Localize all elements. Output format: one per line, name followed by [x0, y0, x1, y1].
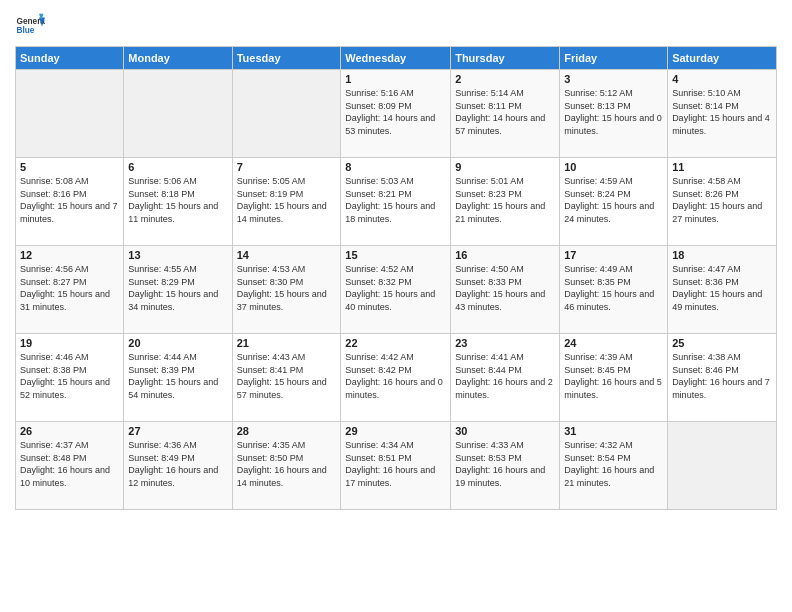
day-number: 9: [455, 161, 555, 173]
calendar-cell: 12Sunrise: 4:56 AM Sunset: 8:27 PM Dayli…: [16, 246, 124, 334]
calendar-cell: [668, 422, 777, 510]
calendar-cell: 15Sunrise: 4:52 AM Sunset: 8:32 PM Dayli…: [341, 246, 451, 334]
calendar-cell: 25Sunrise: 4:38 AM Sunset: 8:46 PM Dayli…: [668, 334, 777, 422]
day-number: 12: [20, 249, 119, 261]
calendar-cell: 16Sunrise: 4:50 AM Sunset: 8:33 PM Dayli…: [451, 246, 560, 334]
day-info: Sunrise: 4:44 AM Sunset: 8:39 PM Dayligh…: [128, 351, 227, 401]
calendar-cell: 31Sunrise: 4:32 AM Sunset: 8:54 PM Dayli…: [560, 422, 668, 510]
weekday-header: Thursday: [451, 47, 560, 70]
day-info: Sunrise: 4:39 AM Sunset: 8:45 PM Dayligh…: [564, 351, 663, 401]
calendar-cell: 3Sunrise: 5:12 AM Sunset: 8:13 PM Daylig…: [560, 70, 668, 158]
day-info: Sunrise: 4:55 AM Sunset: 8:29 PM Dayligh…: [128, 263, 227, 313]
day-number: 20: [128, 337, 227, 349]
day-number: 25: [672, 337, 772, 349]
calendar-cell: 13Sunrise: 4:55 AM Sunset: 8:29 PM Dayli…: [124, 246, 232, 334]
day-number: 10: [564, 161, 663, 173]
day-info: Sunrise: 4:46 AM Sunset: 8:38 PM Dayligh…: [20, 351, 119, 401]
day-info: Sunrise: 4:42 AM Sunset: 8:42 PM Dayligh…: [345, 351, 446, 401]
calendar-cell: [232, 70, 341, 158]
day-info: Sunrise: 4:50 AM Sunset: 8:33 PM Dayligh…: [455, 263, 555, 313]
logo: General Blue: [15, 10, 45, 40]
calendar-header-row: SundayMondayTuesdayWednesdayThursdayFrid…: [16, 47, 777, 70]
day-number: 14: [237, 249, 337, 261]
day-number: 15: [345, 249, 446, 261]
calendar-cell: 18Sunrise: 4:47 AM Sunset: 8:36 PM Dayli…: [668, 246, 777, 334]
day-number: 8: [345, 161, 446, 173]
day-info: Sunrise: 5:10 AM Sunset: 8:14 PM Dayligh…: [672, 87, 772, 137]
day-number: 6: [128, 161, 227, 173]
weekday-header: Friday: [560, 47, 668, 70]
day-info: Sunrise: 4:35 AM Sunset: 8:50 PM Dayligh…: [237, 439, 337, 489]
day-info: Sunrise: 4:56 AM Sunset: 8:27 PM Dayligh…: [20, 263, 119, 313]
day-info: Sunrise: 4:47 AM Sunset: 8:36 PM Dayligh…: [672, 263, 772, 313]
calendar-cell: 20Sunrise: 4:44 AM Sunset: 8:39 PM Dayli…: [124, 334, 232, 422]
day-info: Sunrise: 4:53 AM Sunset: 8:30 PM Dayligh…: [237, 263, 337, 313]
logo-icon: General Blue: [15, 10, 45, 40]
calendar-table: SundayMondayTuesdayWednesdayThursdayFrid…: [15, 46, 777, 510]
calendar-cell: 14Sunrise: 4:53 AM Sunset: 8:30 PM Dayli…: [232, 246, 341, 334]
calendar-cell: 19Sunrise: 4:46 AM Sunset: 8:38 PM Dayli…: [16, 334, 124, 422]
page: General Blue SundayMondayTuesdayWednesda…: [0, 0, 792, 612]
day-info: Sunrise: 5:05 AM Sunset: 8:19 PM Dayligh…: [237, 175, 337, 225]
day-number: 16: [455, 249, 555, 261]
day-info: Sunrise: 4:43 AM Sunset: 8:41 PM Dayligh…: [237, 351, 337, 401]
calendar-week-row: 19Sunrise: 4:46 AM Sunset: 8:38 PM Dayli…: [16, 334, 777, 422]
day-info: Sunrise: 4:32 AM Sunset: 8:54 PM Dayligh…: [564, 439, 663, 489]
day-info: Sunrise: 5:03 AM Sunset: 8:21 PM Dayligh…: [345, 175, 446, 225]
day-info: Sunrise: 4:38 AM Sunset: 8:46 PM Dayligh…: [672, 351, 772, 401]
day-info: Sunrise: 4:36 AM Sunset: 8:49 PM Dayligh…: [128, 439, 227, 489]
calendar-week-row: 5Sunrise: 5:08 AM Sunset: 8:16 PM Daylig…: [16, 158, 777, 246]
calendar-cell: 9Sunrise: 5:01 AM Sunset: 8:23 PM Daylig…: [451, 158, 560, 246]
day-info: Sunrise: 4:49 AM Sunset: 8:35 PM Dayligh…: [564, 263, 663, 313]
day-number: 31: [564, 425, 663, 437]
day-info: Sunrise: 5:08 AM Sunset: 8:16 PM Dayligh…: [20, 175, 119, 225]
day-info: Sunrise: 4:58 AM Sunset: 8:26 PM Dayligh…: [672, 175, 772, 225]
header: General Blue: [15, 10, 777, 40]
day-info: Sunrise: 4:37 AM Sunset: 8:48 PM Dayligh…: [20, 439, 119, 489]
day-info: Sunrise: 5:06 AM Sunset: 8:18 PM Dayligh…: [128, 175, 227, 225]
day-number: 29: [345, 425, 446, 437]
calendar-week-row: 26Sunrise: 4:37 AM Sunset: 8:48 PM Dayli…: [16, 422, 777, 510]
day-number: 17: [564, 249, 663, 261]
day-info: Sunrise: 4:59 AM Sunset: 8:24 PM Dayligh…: [564, 175, 663, 225]
calendar-cell: 17Sunrise: 4:49 AM Sunset: 8:35 PM Dayli…: [560, 246, 668, 334]
calendar-cell: 7Sunrise: 5:05 AM Sunset: 8:19 PM Daylig…: [232, 158, 341, 246]
day-number: 13: [128, 249, 227, 261]
calendar-cell: 22Sunrise: 4:42 AM Sunset: 8:42 PM Dayli…: [341, 334, 451, 422]
svg-text:Blue: Blue: [17, 26, 35, 35]
day-number: 28: [237, 425, 337, 437]
day-info: Sunrise: 4:34 AM Sunset: 8:51 PM Dayligh…: [345, 439, 446, 489]
day-number: 5: [20, 161, 119, 173]
day-info: Sunrise: 5:16 AM Sunset: 8:09 PM Dayligh…: [345, 87, 446, 137]
calendar-cell: 5Sunrise: 5:08 AM Sunset: 8:16 PM Daylig…: [16, 158, 124, 246]
day-number: 30: [455, 425, 555, 437]
day-info: Sunrise: 4:52 AM Sunset: 8:32 PM Dayligh…: [345, 263, 446, 313]
calendar-cell: 11Sunrise: 4:58 AM Sunset: 8:26 PM Dayli…: [668, 158, 777, 246]
calendar-cell: 27Sunrise: 4:36 AM Sunset: 8:49 PM Dayli…: [124, 422, 232, 510]
day-info: Sunrise: 4:33 AM Sunset: 8:53 PM Dayligh…: [455, 439, 555, 489]
calendar-cell: 10Sunrise: 4:59 AM Sunset: 8:24 PM Dayli…: [560, 158, 668, 246]
day-number: 2: [455, 73, 555, 85]
day-number: 3: [564, 73, 663, 85]
calendar-cell: 30Sunrise: 4:33 AM Sunset: 8:53 PM Dayli…: [451, 422, 560, 510]
day-info: Sunrise: 5:01 AM Sunset: 8:23 PM Dayligh…: [455, 175, 555, 225]
calendar-cell: 8Sunrise: 5:03 AM Sunset: 8:21 PM Daylig…: [341, 158, 451, 246]
day-info: Sunrise: 5:14 AM Sunset: 8:11 PM Dayligh…: [455, 87, 555, 137]
day-number: 7: [237, 161, 337, 173]
calendar-cell: 23Sunrise: 4:41 AM Sunset: 8:44 PM Dayli…: [451, 334, 560, 422]
day-number: 19: [20, 337, 119, 349]
day-info: Sunrise: 4:41 AM Sunset: 8:44 PM Dayligh…: [455, 351, 555, 401]
calendar-cell: 28Sunrise: 4:35 AM Sunset: 8:50 PM Dayli…: [232, 422, 341, 510]
weekday-header: Sunday: [16, 47, 124, 70]
day-number: 21: [237, 337, 337, 349]
day-number: 18: [672, 249, 772, 261]
day-number: 11: [672, 161, 772, 173]
day-number: 4: [672, 73, 772, 85]
day-number: 1: [345, 73, 446, 85]
weekday-header: Tuesday: [232, 47, 341, 70]
day-number: 27: [128, 425, 227, 437]
calendar-cell: 21Sunrise: 4:43 AM Sunset: 8:41 PM Dayli…: [232, 334, 341, 422]
calendar-cell: [16, 70, 124, 158]
calendar-week-row: 1Sunrise: 5:16 AM Sunset: 8:09 PM Daylig…: [16, 70, 777, 158]
calendar-week-row: 12Sunrise: 4:56 AM Sunset: 8:27 PM Dayli…: [16, 246, 777, 334]
